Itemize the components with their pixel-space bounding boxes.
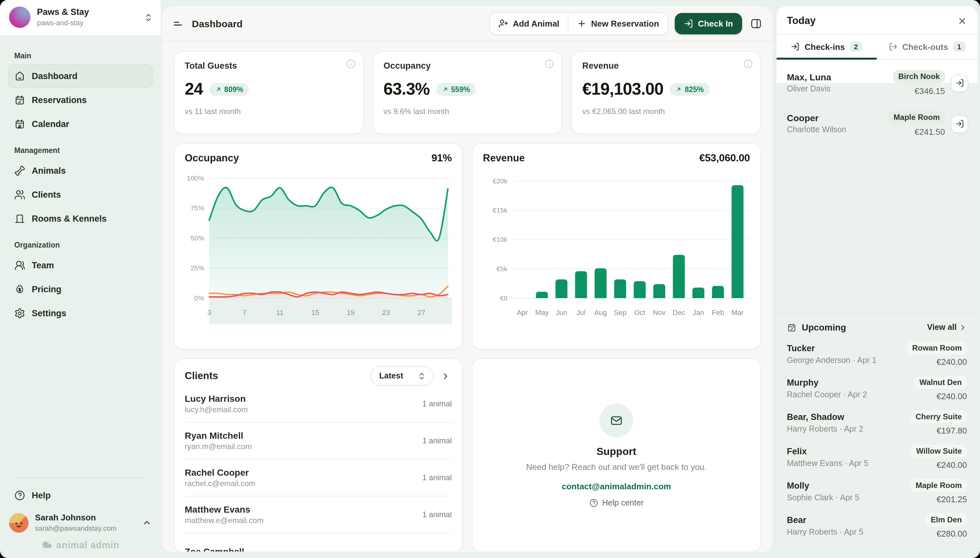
mail-icon-circle: [599, 404, 633, 437]
price: €197.80: [937, 426, 967, 435]
owner-and-date: Harry Roberts · Apr 2: [787, 423, 905, 435]
stat-value: 24: [185, 79, 203, 99]
svg-text:0%: 0%: [194, 294, 204, 302]
client-row[interactable]: Zoe Campbell: [185, 533, 452, 551]
info-icon[interactable]: [744, 59, 753, 69]
sidebar-item[interactable]: Calendar: [8, 112, 153, 136]
tab-check-ins[interactable]: Check-ins 2: [776, 34, 877, 59]
upcoming-row[interactable]: Tucker George Anderson · Apr 1 Rowan Roo…: [776, 337, 977, 371]
sidebar-item-icon: [14, 213, 25, 224]
room-badge: Elm Den: [926, 513, 967, 526]
trend-up-icon: [442, 86, 448, 92]
sidebar-item-icon: [14, 95, 25, 106]
selected-sort-value: Latest: [379, 371, 403, 381]
svg-text:€0: €0: [500, 294, 507, 302]
stat-title: Occupancy: [383, 61, 551, 71]
svg-text:€5k: €5k: [496, 265, 507, 272]
client-row[interactable]: Lucy Harrison lucy.h@email.com 1 animal: [185, 386, 452, 423]
upcoming-row[interactable]: Felix Matthew Evans · Apr 5 Willow Suite…: [776, 440, 977, 474]
price: €240.00: [937, 460, 967, 470]
upcoming-row[interactable]: Bear Harry Roberts · Apr 5 Elm Den €280.…: [776, 509, 977, 543]
info-icon[interactable]: [346, 59, 356, 69]
sidebar-item-label: Animals: [32, 166, 66, 176]
check-in-row: Max, Luna Oliver Davis Birch Nook €346.1…: [776, 62, 977, 103]
new-reservation-button[interactable]: New Reservation: [568, 13, 668, 34]
sidebar-item[interactable]: Reservations: [8, 88, 153, 112]
close-icon[interactable]: [957, 16, 967, 26]
sidebar-item[interactable]: Rooms & Kennels: [8, 207, 153, 231]
room-badge: Maple Room: [910, 479, 967, 492]
sidebar-item[interactable]: Dashboard: [8, 64, 153, 88]
clients-sort-select[interactable]: Latest: [370, 366, 433, 386]
app-window: Paws & Stay paws-and-stay Main Dashbo: [0, 0, 980, 558]
pet-names: Cooper: [787, 112, 882, 124]
svg-text:7: 7: [243, 309, 246, 317]
nav-section-label: Main: [14, 52, 146, 60]
chevron-up-icon: [142, 518, 152, 528]
action-group: Add Animal New Reservation: [490, 12, 668, 35]
client-email: rachel.c@email.com: [185, 478, 422, 489]
owner-name: Oliver Davis: [787, 83, 887, 95]
check-in-action-button[interactable]: [951, 74, 969, 92]
info-icon[interactable]: [545, 59, 555, 69]
sidebar-item[interactable]: Animals: [8, 159, 153, 183]
nav-section: Organization Team Pricing: [8, 241, 153, 325]
tab-count-badge: 1: [953, 41, 966, 52]
sidebar-item[interactable]: Team: [8, 253, 153, 277]
chevrons-up-down-icon[interactable]: [144, 13, 153, 22]
user-menu[interactable]: Sarah Johnson sarah@pawsandstay.com: [0, 508, 161, 537]
brand-footer: animal admin: [0, 537, 161, 558]
sidebar-item-icon: [14, 71, 25, 82]
clients-more-button[interactable]: [440, 370, 452, 382]
svg-text:Jun: Jun: [556, 309, 567, 317]
svg-text:Jan: Jan: [693, 309, 704, 317]
stat-title: Total Guests: [185, 61, 352, 71]
chevron-right-icon: [959, 323, 967, 332]
tab-check-outs[interactable]: Check-outs 1: [877, 34, 977, 59]
clients-card: Clients Latest: [174, 358, 463, 552]
pet-names: Felix: [787, 446, 906, 457]
calendar-icon: [787, 322, 796, 332]
price: €241.50: [914, 127, 945, 137]
check-in-action-button[interactable]: [951, 115, 969, 133]
sidebar-item[interactable]: Settings: [8, 301, 153, 325]
check-in-button[interactable]: Check In: [675, 13, 742, 34]
question-circle-icon: [589, 498, 598, 507]
client-row[interactable]: Matthew Evans matthew.e@email.com 1 anim…: [185, 496, 452, 533]
add-animal-button[interactable]: Add Animal: [490, 13, 568, 34]
sidebar-item-icon: [14, 284, 25, 295]
client-row[interactable]: Rachel Cooper rachel.c@email.com 1 anima…: [185, 460, 452, 496]
trend-up-icon: [215, 86, 222, 92]
user-email: sarah@pawsandstay.com: [35, 524, 135, 533]
help-center-link[interactable]: Help center: [589, 498, 643, 507]
sidebar-item[interactable]: Pricing: [8, 277, 153, 301]
upcoming-row[interactable]: Molly Sophie Clark · Apr 5 Maple Room €2…: [776, 474, 977, 509]
nav-section-label: Organization: [14, 241, 146, 249]
sidebar-toggle-icon[interactable]: [172, 18, 184, 29]
topbar: Dashboard Add Animal New Reservation Che…: [162, 7, 773, 41]
sidebar-item-label: Reservations: [32, 95, 87, 105]
trend-badge: 809%: [209, 83, 249, 95]
sidebar-item[interactable]: Clients: [8, 183, 153, 207]
org-switcher[interactable]: Paws & Stay paws-and-stay: [0, 0, 161, 35]
upcoming-row[interactable]: Bear, Shadow Harry Roberts · Apr 2 Cherr…: [776, 406, 977, 440]
trend-badge: 559%: [436, 83, 476, 95]
support-email-link[interactable]: contact@animaladmin.com: [561, 481, 671, 491]
help-icon: [14, 490, 25, 501]
chart-headline-value: 91%: [431, 152, 452, 164]
sidebar-item-icon: [14, 260, 25, 271]
owner-and-date: Matthew Evans · Apr 5: [787, 457, 906, 469]
sidebar-item-help[interactable]: Help: [8, 484, 153, 508]
view-all-link[interactable]: View all: [927, 323, 967, 332]
stat-value: €19,103.00: [582, 79, 663, 99]
upcoming-row[interactable]: Murphy Rachel Cooper · Apr 2 Walnut Den …: [776, 371, 977, 406]
nav-section: Management Animals Clients: [8, 146, 153, 231]
sidebar-item-label: Calendar: [32, 119, 69, 129]
org-slug: paws-and-stay: [37, 18, 138, 28]
svg-text:50%: 50%: [190, 234, 204, 242]
stat-value: 63.3%: [383, 79, 429, 99]
client-row[interactable]: Ryan Mitchell ryan.m@email.com 1 animal: [185, 423, 452, 460]
cloud-logo-icon: [41, 539, 53, 550]
panel-toggle-icon[interactable]: [750, 18, 762, 30]
svg-text:25%: 25%: [190, 264, 204, 272]
